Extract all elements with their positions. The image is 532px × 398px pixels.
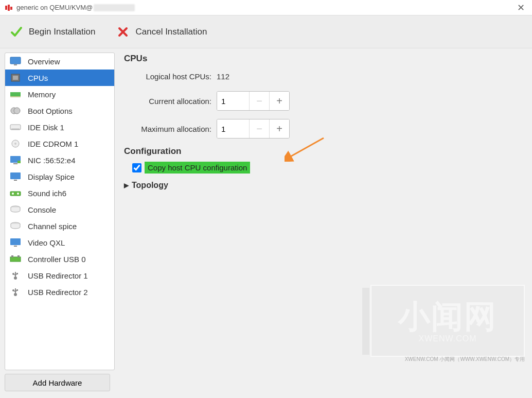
sidebar-item-nic-56-52-e4[interactable]: NIC :56:52:e4	[5, 152, 114, 168]
watermark: 小闻网 XWENW.COM	[370, 285, 525, 357]
svg-rect-0	[5, 6, 7, 10]
configuration-title: Configuration	[124, 146, 523, 157]
window-title: generic on QEMU/KVM@	[16, 4, 515, 12]
svg-rect-3	[10, 57, 21, 64]
current-allocation-label: Current allocation:	[124, 97, 217, 106]
cdrom-icon	[8, 138, 23, 149]
sidebar-item-label: Memory	[28, 90, 56, 99]
sidebar-item-label: Boot Options	[28, 107, 73, 115]
sidebar-item-usb-redirector-1[interactable]: USB Redirector 1	[5, 267, 114, 284]
content-pane: CPUs Logical host CPUs: 112 Current allo…	[115, 48, 532, 370]
usb-icon	[8, 270, 23, 281]
sidebar-item-label: Channel spice	[28, 222, 77, 231]
sidebar-item-display-spice[interactable]: Display Spice	[5, 168, 114, 185]
sidebar-item-label: Console	[28, 205, 56, 214]
svg-rect-6	[13, 76, 18, 80]
max-decrement-button[interactable]: −	[249, 119, 269, 138]
svg-rect-8	[10, 96, 21, 97]
max-allocation-input[interactable]	[217, 119, 249, 138]
max-allocation-label: Maximum allocation:	[124, 125, 217, 133]
svg-rect-27	[10, 257, 21, 262]
boot-icon	[8, 105, 23, 116]
memory-icon	[8, 89, 23, 100]
svg-rect-26	[14, 246, 17, 247]
svg-rect-28	[11, 255, 13, 257]
sidebar-item-ide-cdrom-1[interactable]: IDE CDROM 1	[5, 135, 114, 152]
add-hardware-button[interactable]: Add Hardware	[5, 374, 110, 391]
current-allocation-spinner: − +	[217, 91, 290, 111]
sidebar-item-label: Overview	[28, 57, 60, 66]
copy-host-cpu-checkbox[interactable]	[132, 163, 141, 172]
svg-point-21	[12, 193, 14, 195]
logical-cpus-value: 112	[217, 72, 229, 81]
sidebar-item-label: IDE CDROM 1	[28, 140, 78, 148]
expander-triangle-icon: ▶	[124, 182, 129, 189]
sidebar-item-memory[interactable]: Memory	[5, 86, 114, 102]
sidebar-item-label: Controller USB 0	[28, 255, 86, 264]
svg-rect-29	[17, 255, 20, 257]
sidebar-item-overview[interactable]: Overview	[5, 53, 114, 70]
svg-rect-25	[10, 238, 21, 245]
display-icon	[8, 171, 23, 182]
svg-rect-12	[11, 129, 20, 129]
controller-icon	[8, 253, 23, 265]
sidebar-item-boot-options[interactable]: Boot Options	[5, 102, 114, 119]
sidebar-item-ide-disk-1[interactable]: IDE Disk 1	[5, 119, 114, 135]
svg-rect-4	[14, 64, 17, 65]
toolbar: Begin Installation Cancel Installation	[0, 15, 532, 48]
svg-rect-17	[17, 161, 21, 163]
cpu-icon	[8, 72, 23, 83]
console-icon	[8, 204, 23, 215]
sidebar-item-label: IDE Disk 1	[28, 123, 64, 132]
current-allocation-input[interactable]	[217, 92, 249, 110]
virt-manager-icon	[5, 4, 13, 12]
nic-icon	[8, 154, 23, 166]
sidebar-item-usb-redirector-2[interactable]: USB Redirector 2	[5, 284, 114, 300]
sidebar-item-label: CPUs	[28, 74, 48, 82]
channel-icon	[8, 220, 23, 232]
sidebar-item-video-qxl[interactable]: Video QXL	[5, 234, 114, 251]
svg-rect-2	[10, 7, 12, 10]
svg-rect-16	[13, 163, 17, 164]
sound-icon	[8, 187, 23, 199]
disk-icon	[8, 122, 23, 133]
sidebar-item-label: USB Redirector 2	[28, 288, 88, 297]
sidebar-item-label: NIC :56:52:e4	[28, 156, 76, 165]
logical-cpus-label: Logical host CPUs:	[124, 72, 217, 81]
max-allocation-spinner: − +	[217, 119, 290, 139]
sidebar-item-label: Display Spice	[28, 172, 75, 181]
window-titlebar: generic on QEMU/KVM@ ✕	[0, 0, 532, 15]
sidebar-item-label: USB Redirector 1	[28, 271, 88, 280]
cancel-installation-button[interactable]: Cancel Installation	[112, 22, 211, 42]
sidebar-item-label: Video QXL	[28, 238, 65, 247]
max-increment-button[interactable]: +	[269, 119, 289, 138]
sidebar-item-cpus[interactable]: CPUs	[5, 70, 114, 86]
sidebar-item-console[interactable]: Console	[5, 201, 114, 218]
current-increment-button[interactable]: +	[269, 92, 289, 110]
topology-expander[interactable]: ▶ Topology	[124, 181, 523, 190]
svg-point-22	[17, 193, 19, 195]
monitor-icon	[8, 56, 23, 67]
close-icon[interactable]: ✕	[515, 2, 527, 13]
cancel-icon	[116, 25, 130, 39]
svg-point-14	[14, 143, 16, 145]
begin-installation-button[interactable]: Begin Installation	[5, 22, 99, 42]
current-decrement-button[interactable]: −	[249, 92, 269, 110]
svg-rect-19	[14, 180, 17, 181]
svg-rect-1	[8, 5, 10, 11]
svg-point-10	[14, 108, 20, 114]
watermark-footer: XWENW.COM 小闻网（WWW.XWENW.COM）专用	[405, 356, 525, 363]
sidebar-item-controller-usb-0[interactable]: Controller USB 0	[5, 251, 114, 267]
hardware-sidebar: OverviewCPUsMemoryBoot OptionsIDE Disk 1…	[5, 53, 115, 370]
sidebar-item-channel-spice[interactable]: Channel spice	[5, 218, 114, 234]
sidebar-item-label: Sound ich6	[28, 189, 66, 198]
watermark-side	[362, 288, 369, 355]
copy-host-cpu-label: Copy host CPU configuration	[145, 162, 250, 174]
cpus-title: CPUs	[124, 54, 523, 64]
usb-icon	[8, 286, 23, 298]
sidebar-item-sound-ich6[interactable]: Sound ich6	[5, 185, 114, 201]
topology-label: Topology	[132, 181, 168, 190]
svg-rect-7	[10, 92, 21, 96]
checkmark-icon	[9, 25, 24, 39]
video-icon	[8, 237, 23, 248]
